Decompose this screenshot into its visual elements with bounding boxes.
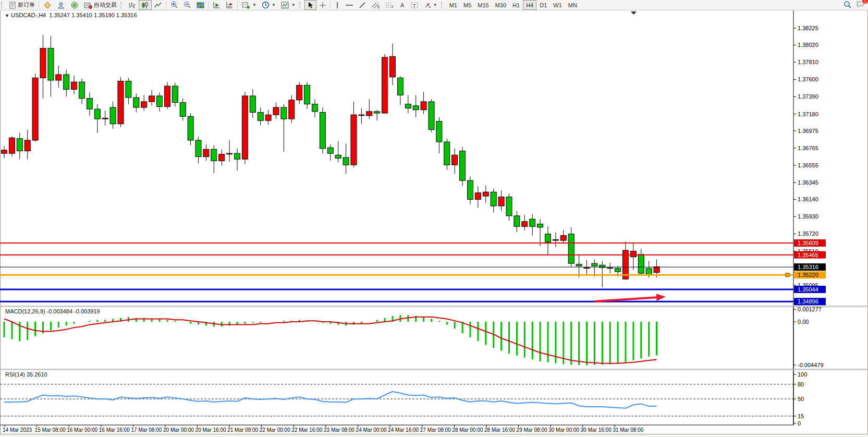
zoom-in-button[interactable] bbox=[168, 0, 181, 10]
svg-text:29 Mar 08:00: 29 Mar 08:00 bbox=[517, 427, 547, 433]
timeframe-m15[interactable]: M15 bbox=[474, 0, 492, 10]
zoom-out-icon bbox=[184, 1, 191, 9]
new-chart-dropdown[interactable]: ▼ bbox=[239, 0, 259, 10]
svg-text:F: F bbox=[392, 5, 394, 9]
toolbar-separator bbox=[39, 1, 40, 9]
toolbar-separator bbox=[166, 1, 167, 9]
macd-pane-header: MACD(12,26,9) -0.003484 -0.003919 bbox=[5, 308, 100, 314]
mql5-button[interactable] bbox=[41, 0, 54, 10]
chevron-down-icon: ▼ bbox=[433, 3, 437, 7]
timeframe-m30[interactable]: M30 bbox=[492, 0, 509, 10]
svg-text:T: T bbox=[413, 3, 416, 8]
timeframe-d1[interactable]: D1 bbox=[536, 0, 550, 10]
timeframe-h4[interactable]: H4 bbox=[523, 0, 536, 10]
candle-bull bbox=[654, 266, 659, 272]
svg-text:15 Mar 08:00: 15 Mar 08:00 bbox=[35, 427, 66, 433]
svg-text:22 Mar 00:00: 22 Mar 00:00 bbox=[260, 427, 290, 433]
svg-text:1.35930: 1.35930 bbox=[798, 213, 818, 220]
candle-bull bbox=[382, 57, 388, 113]
svg-text:28 Mar 16:00: 28 Mar 16:00 bbox=[484, 427, 515, 433]
auto-scroll-button[interactable] bbox=[210, 0, 223, 10]
candle-bull bbox=[102, 118, 108, 119]
candle-bull bbox=[40, 48, 46, 78]
crosshair-tool-button[interactable] bbox=[316, 0, 329, 10]
tile-windows-button[interactable] bbox=[194, 0, 207, 10]
zoom-in-icon bbox=[170, 1, 178, 9]
candle-bear bbox=[211, 149, 217, 161]
svg-text:30 Mar 16:00: 30 Mar 16:00 bbox=[581, 427, 612, 433]
autotrade-button[interactable]: 自动交易 bbox=[81, 0, 119, 10]
candle-bear bbox=[537, 224, 543, 227]
price-tag-text: 1.35220 bbox=[798, 272, 818, 278]
candle-bear bbox=[343, 157, 349, 165]
vertical-line-tool[interactable] bbox=[332, 0, 343, 10]
candle-bear bbox=[444, 142, 450, 165]
autotrade-label: 自动交易 bbox=[94, 1, 117, 9]
horizontal-line-tool[interactable] bbox=[343, 0, 356, 10]
fibonacci-tool[interactable]: F bbox=[383, 0, 397, 10]
chat-badge: 1 bbox=[862, 0, 868, 4]
candle-bear bbox=[235, 153, 240, 159]
periods-dropdown[interactable]: ▼ bbox=[259, 0, 278, 10]
timeframe-w1[interactable]: W1 bbox=[550, 0, 565, 10]
svg-text:16 Mar 16:00: 16 Mar 16:00 bbox=[99, 427, 130, 433]
template-dropdown[interactable]: ▼ bbox=[278, 0, 298, 10]
chart-shift-button[interactable] bbox=[223, 0, 236, 10]
line-chart-button[interactable] bbox=[152, 0, 165, 10]
timeframe-m5[interactable]: M5 bbox=[460, 0, 474, 10]
candle-bull bbox=[32, 78, 38, 140]
chevron-down-icon: ▼ bbox=[291, 3, 296, 7]
candle-bear bbox=[157, 96, 163, 106]
one-click-trading-toggle[interactable]: ▼ bbox=[5, 13, 9, 18]
svg-text:27 Mar 08:00: 27 Mar 08:00 bbox=[420, 427, 451, 433]
arrows-dropdown[interactable]: ▼ bbox=[421, 0, 440, 10]
hline-handle[interactable] bbox=[786, 273, 789, 277]
community-button[interactable] bbox=[54, 0, 68, 10]
svg-text:14 Mar 2023: 14 Mar 2023 bbox=[3, 427, 32, 433]
trend-arrow[interactable] bbox=[594, 294, 666, 301]
candle-bull bbox=[553, 240, 558, 241]
candle-bull bbox=[498, 197, 504, 206]
timeframe-m1[interactable]: M1 bbox=[446, 0, 460, 10]
cursor-tool-button[interactable] bbox=[304, 0, 316, 10]
candle-bear bbox=[468, 180, 473, 199]
level-lines: 1.356091.354651.353161.352201.350441.348… bbox=[0, 239, 826, 305]
timeframe-h1[interactable]: H1 bbox=[509, 0, 523, 10]
horizontal-line-icon bbox=[345, 2, 353, 9]
svg-text:24 Mar 00:00: 24 Mar 00:00 bbox=[356, 427, 387, 433]
channel-tool[interactable]: E bbox=[369, 0, 383, 10]
text-label-tool[interactable]: T bbox=[408, 0, 421, 10]
new-order-button[interactable]: 新订单 bbox=[6, 0, 38, 10]
zoom-out-button[interactable] bbox=[181, 0, 194, 10]
svg-text:28 Mar 00:00: 28 Mar 00:00 bbox=[452, 427, 483, 433]
candle-bull bbox=[242, 96, 248, 159]
candle-bear bbox=[258, 112, 263, 120]
signals-button[interactable] bbox=[68, 0, 81, 10]
chart-shift-marker[interactable] bbox=[631, 11, 637, 15]
bar-chart-button[interactable] bbox=[126, 0, 139, 10]
candlestick-chart-button[interactable] bbox=[139, 0, 152, 10]
trendline-icon bbox=[359, 2, 366, 9]
arrows-icon bbox=[424, 2, 431, 9]
candle-bull bbox=[560, 236, 566, 240]
rsi-pane-header: RSI(14) 35.2610 bbox=[5, 371, 47, 378]
time-axis[interactable]: 14 Mar 202315 Mar 08:0016 Mar 00:0016 Ma… bbox=[3, 425, 644, 433]
timeframe-mn[interactable]: MN bbox=[565, 0, 580, 10]
candle-bull bbox=[227, 153, 233, 154]
svg-text:1.37390: 1.37390 bbox=[798, 93, 818, 100]
svg-text:17 Mar 08:00: 17 Mar 08:00 bbox=[131, 427, 162, 433]
svg-text:-0.004479: -0.004479 bbox=[798, 362, 824, 368]
candle-bull bbox=[265, 115, 271, 120]
svg-text:0.00: 0.00 bbox=[798, 319, 809, 325]
vertical-line-icon bbox=[335, 2, 340, 9]
candle-bull bbox=[273, 107, 279, 115]
text-tool[interactable]: A bbox=[397, 0, 408, 10]
svg-text:16 Mar 00:00: 16 Mar 00:00 bbox=[67, 427, 97, 433]
candle-bull bbox=[71, 82, 77, 89]
timeframe-buttons: M1M5M15M30H1H4D1W1MN bbox=[446, 0, 580, 10]
chat-button[interactable]: 1 bbox=[856, 1, 865, 9]
trendline-tool[interactable] bbox=[356, 0, 369, 10]
search-icon[interactable] bbox=[843, 1, 852, 10]
svg-text:1.38020: 1.38020 bbox=[798, 42, 818, 48]
candle-bull bbox=[297, 85, 302, 100]
